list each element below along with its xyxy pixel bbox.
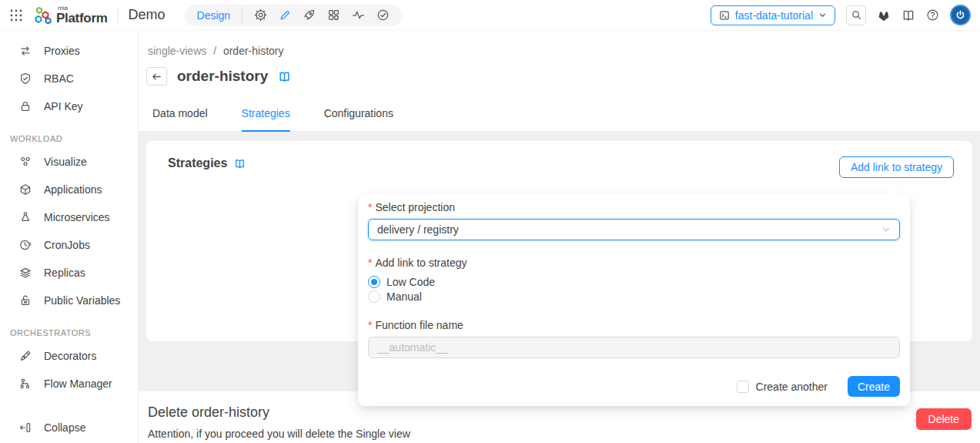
check-circle-icon[interactable]: [376, 8, 390, 22]
pen-nib-icon: [19, 350, 32, 362]
pulse-icon[interactable]: [352, 8, 365, 22]
environment-label: fast-data-tutorial: [735, 9, 813, 22]
sidebar-item-label: RBAC: [44, 72, 74, 85]
tab-bar: Data model Strategies Configurations: [139, 102, 980, 132]
page-title: order-history: [177, 68, 268, 85]
swap-arrows-icon: [19, 45, 32, 57]
clock-icon: [19, 239, 32, 251]
rocket-icon[interactable]: [303, 8, 316, 22]
docs-book-icon[interactable]: [278, 70, 291, 83]
app-grid-icon[interactable]: [9, 8, 23, 22]
projection-select-value: delivery / registry: [377, 223, 459, 236]
function-file-name-input[interactable]: [368, 337, 900, 358]
flow-icon: [19, 378, 32, 390]
mia-platform-logo[interactable]: mia Platform: [33, 5, 108, 25]
back-button[interactable]: [146, 67, 167, 86]
gear-icon[interactable]: [254, 8, 267, 22]
sidebar-item-label: Visualize: [44, 156, 87, 168]
section-switcher: Design: [185, 5, 403, 26]
required-asterisk: *: [368, 201, 372, 213]
sidebar-item-public-variables[interactable]: Public Variables: [0, 287, 138, 314]
tab-data-model[interactable]: Data model: [152, 107, 208, 131]
radio-selected-icon[interactable]: [368, 276, 380, 288]
function-file-name-label: * Function file name: [368, 319, 900, 331]
pill-divider: [242, 8, 242, 23]
mia-hexagons-icon: [33, 5, 53, 25]
card-title: Strategies: [168, 156, 227, 170]
sidebar-item-label: Applications: [44, 183, 102, 196]
sidebar-section-orchestrators: ORCHESTRATORS: [0, 328, 138, 337]
sidebar-item-label: CronJobs: [44, 239, 90, 251]
radio-option-manual[interactable]: Manual: [368, 289, 900, 304]
help-icon[interactable]: [926, 8, 939, 22]
delete-button[interactable]: Delete: [916, 408, 972, 430]
design-section-label[interactable]: Design: [197, 9, 231, 22]
sidebar-item-decorators[interactable]: Decorators: [0, 342, 138, 370]
sidebar-item-label: Microservices: [44, 211, 110, 223]
sidebar-item-flow-manager[interactable]: Flow Manager: [0, 370, 138, 398]
environment-selector[interactable]: fast-data-tutorial: [711, 5, 835, 25]
sidebar-item-cronjobs[interactable]: CronJobs: [0, 231, 138, 259]
pencil-icon[interactable]: [279, 9, 291, 22]
layers-icon: [19, 267, 32, 279]
app-header: mia Platform Demo Design: [0, 0, 980, 31]
tab-strategies[interactable]: Strategies: [242, 107, 290, 132]
breadcrumb-current: order-history: [223, 45, 284, 57]
sidebar-item-label: Flow Manager: [44, 378, 112, 390]
required-asterisk: *: [368, 319, 372, 331]
radio-option-low-code[interactable]: Low Code: [368, 274, 900, 289]
gitlab-icon[interactable]: [877, 8, 891, 22]
sidebar-item-label: Replicas: [44, 267, 85, 279]
unlock-variables-icon: [19, 294, 32, 307]
required-asterisk: *: [368, 257, 372, 269]
package-icon: [19, 183, 32, 196]
create-another-checkbox[interactable]: [737, 381, 749, 393]
projection-select[interactable]: delivery / registry: [368, 219, 900, 240]
sidebar-item-label: Public Variables: [44, 294, 120, 307]
sidebar-section-workload: WORKLOAD: [0, 134, 138, 143]
chevron-down-icon: [818, 11, 827, 19]
shield-check-icon: [19, 72, 32, 85]
create-another-label: Create another: [756, 381, 828, 393]
project-name[interactable]: Demo: [129, 7, 166, 23]
add-link-to-strategy-button[interactable]: Add link to strategy: [839, 156, 954, 178]
sidebar-item-microservices[interactable]: Microservices: [0, 203, 138, 231]
sidebar-item-replicas[interactable]: Replicas: [0, 259, 138, 287]
sidebar-item-label: API Key: [44, 100, 83, 112]
radio-unselected-icon[interactable]: [368, 290, 380, 303]
add-strategy-popover: * Select projection delivery / registry …: [358, 194, 910, 406]
projection-label: * Select projection: [368, 201, 900, 213]
delete-section-title: Delete order-history: [148, 404, 980, 421]
sidebar-item-label: Proxies: [44, 45, 80, 57]
user-avatar[interactable]: [950, 5, 971, 25]
sidebar: Proxies RBAC API Key WORKLOAD Visualize: [0, 31, 139, 443]
hexagons-icon: [19, 156, 32, 168]
sidebar-collapse-button[interactable]: Collapse: [0, 414, 138, 441]
lock-icon: [19, 100, 32, 112]
dashboard-icon[interactable]: [327, 8, 340, 22]
power-icon: [955, 9, 966, 21]
radio-label: Low Code: [386, 276, 435, 288]
search-icon: [851, 9, 862, 21]
breadcrumb-separator: /: [213, 45, 216, 57]
sidebar-item-label: Decorators: [44, 350, 96, 362]
search-button[interactable]: [846, 5, 866, 25]
sidebar-item-rbac[interactable]: RBAC: [0, 65, 138, 92]
collapse-icon: [19, 421, 32, 434]
node-icon: [19, 211, 32, 223]
strategy-mode-label: * Add link to strategy: [368, 257, 900, 269]
console-icon: [719, 10, 730, 21]
book-icon[interactable]: [901, 8, 915, 22]
sidebar-item-applications[interactable]: Applications: [0, 176, 138, 203]
breadcrumb-parent[interactable]: single-views: [148, 45, 206, 57]
arrow-left-icon: [151, 71, 162, 82]
select-chevron-down-icon: [881, 225, 891, 234]
sidebar-item-proxies[interactable]: Proxies: [0, 37, 138, 65]
collapse-label: Collapse: [44, 421, 85, 434]
sidebar-item-api-key[interactable]: API Key: [0, 92, 138, 120]
strategies-book-icon[interactable]: [234, 158, 246, 169]
tab-configurations[interactable]: Configurations: [324, 107, 393, 131]
sidebar-item-visualize[interactable]: Visualize: [0, 148, 138, 176]
delete-section-description: Attention, if you proceed you will delet…: [148, 428, 980, 440]
create-button[interactable]: Create: [848, 376, 900, 397]
